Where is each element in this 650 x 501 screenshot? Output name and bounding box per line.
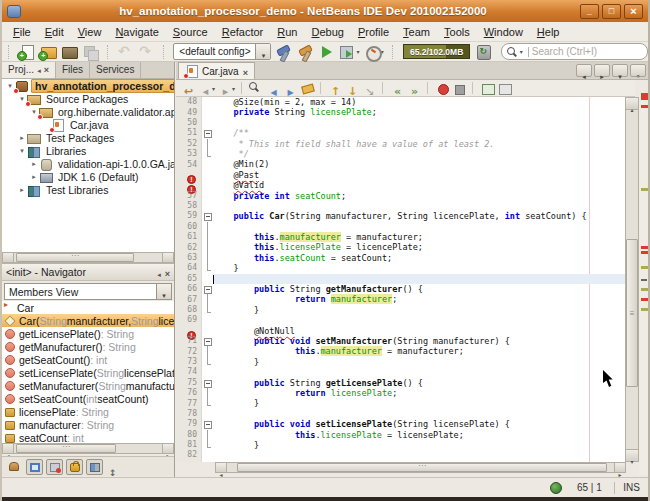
scroll-track[interactable] [14, 253, 162, 262]
filter-sort-button[interactable] [106, 459, 123, 475]
navigator-item-getseatcount[interactable]: getSeatCount() : int [2, 353, 174, 366]
config-select[interactable]: <default config> [173, 43, 271, 60]
scroll-left-icon[interactable] [3, 444, 14, 453]
filter-order-button[interactable] [86, 459, 103, 475]
scroll-thumb[interactable] [626, 239, 638, 387]
stripe-mark[interactable] [641, 251, 650, 254]
code-line-78[interactable]: 78 [176, 409, 625, 419]
menu-file[interactable]: File [6, 22, 38, 42]
code-line-56[interactable]: @Valid [176, 180, 625, 190]
code-line-55[interactable]: @Past [176, 170, 625, 180]
code-fold-icon[interactable] [202, 336, 213, 346]
record-macro-icon[interactable] [434, 81, 451, 96]
open-project-icon[interactable] [58, 43, 79, 61]
shift-line-right-icon[interactable] [406, 81, 423, 96]
code-line-70[interactable]: @NotNull [176, 326, 625, 336]
tab-right-button[interactable] [594, 64, 610, 77]
expand-arrow-icon[interactable]: ▸ [29, 173, 39, 181]
last-edit-icon[interactable] [180, 81, 197, 96]
garbage-collect-icon[interactable] [473, 43, 494, 61]
code-line-58[interactable]: 58 [176, 201, 625, 211]
memory-indicator[interactable]: 65.2/102.0MB [403, 44, 471, 59]
tree-item-validation-api-1-0-0-ga-jar[interactable]: ▸validation-api-1.0.0.GA.jar [2, 157, 174, 170]
code-fold-icon[interactable] [202, 128, 213, 138]
chevron-down-icon[interactable] [156, 284, 171, 299]
code-fold-icon[interactable] [202, 419, 213, 429]
navigator-item-car[interactable]: Car(String manufacturer, String licenceP… [2, 314, 174, 327]
close-tab-icon[interactable] [44, 62, 49, 78]
tab-left-button[interactable] [576, 64, 592, 77]
expand-arrow-icon[interactable]: ▸ [29, 160, 39, 168]
minimize-button[interactable] [580, 4, 599, 19]
filter-nonpublic-button[interactable] [66, 459, 83, 475]
code-line-57[interactable]: 57 private int seatCount; [176, 191, 625, 201]
title-bar[interactable]: hv_annotation_processor_demo - NetBeans … [2, 0, 648, 22]
menu-tools[interactable]: Tools [437, 22, 477, 42]
forward-icon[interactable] [217, 81, 234, 96]
scroll-left-icon[interactable] [216, 463, 227, 472]
code-line-68[interactable]: 68 } [176, 305, 625, 315]
tree-item-jdk-1-6-default[interactable]: ▸JDK 1.6 (Default) [2, 170, 174, 183]
stop-macro-icon[interactable] [451, 81, 468, 96]
tree-item-car-java[interactable]: Car.java [2, 118, 174, 131]
navigator-item-car[interactable]: Car [2, 301, 174, 314]
stripe-mark[interactable] [641, 93, 648, 100]
menu-help[interactable]: Help [530, 22, 567, 42]
navigator-item-setmanufacturer[interactable]: setManufacturer(String manufacturer) [2, 379, 174, 392]
navigator-item-seatcount[interactable]: seatCount : int [2, 431, 174, 443]
save-all-icon[interactable] [80, 43, 101, 61]
code-line-82[interactable]: 82 [176, 450, 625, 460]
undo-icon[interactable] [115, 43, 136, 61]
stripe-mark[interactable] [641, 298, 650, 301]
navigator-item-setlicenseplate[interactable]: setLicensePlate(String licensePlate) [2, 366, 174, 379]
code-line-63[interactable]: 63 this.seatCount = seatCount; [176, 253, 625, 263]
new-project-icon[interactable] [37, 43, 58, 61]
close-panel-icon[interactable] [165, 263, 170, 281]
comment-icon[interactable] [479, 81, 496, 96]
navigator-item-licenseplate[interactable]: licensePlate : String [2, 405, 174, 418]
tree-item-source-packages[interactable]: ▾Source Packages [2, 92, 174, 105]
scroll-thumb[interactable] [16, 444, 116, 453]
tab-car-java[interactable]: Car.java [178, 62, 255, 79]
menu-run[interactable]: Run [270, 22, 304, 42]
code-line-50[interactable]: 50 [176, 118, 625, 128]
menu-refactor[interactable]: Refactor [215, 22, 271, 42]
menu-debug[interactable]: Debug [304, 22, 350, 42]
navigator-item-getlicenseplate[interactable]: getLicensePlate() : String [2, 327, 174, 340]
code-line-72[interactable]: 72 this.manufacturer = manufacturer; [176, 346, 625, 356]
prev-occurrence-icon[interactable] [265, 81, 282, 96]
navigator-item-setseatcount[interactable]: setSeatCount(int seatCount) [2, 392, 174, 405]
prev-usage-icon[interactable] [327, 81, 344, 96]
code-line-73[interactable]: 73 } [176, 357, 625, 367]
minimize-panel-icon[interactable] [37, 62, 41, 79]
navigator-item-getmanufacturer[interactable]: getManufacturer() : String [2, 340, 174, 353]
menu-source[interactable]: Source [166, 22, 215, 42]
minimize-panel-icon[interactable] [157, 263, 161, 281]
code-line-52[interactable]: 52 * This int field shall have a value o… [176, 139, 625, 149]
search-input[interactable]: ▾Search (Ctrl+I) [501, 43, 648, 60]
tab-proj[interactable]: Proj... [2, 62, 56, 78]
build-icon[interactable] [273, 43, 294, 61]
scroll-down-icon[interactable] [626, 449, 638, 461]
editor-hscrollbar[interactable] [215, 462, 626, 473]
menu-profile[interactable]: Profile [351, 22, 396, 42]
tab-maxi-button[interactable] [630, 64, 646, 77]
tree-item-hv-annotation-processor-demo[interactable]: ▾hv_annotation_processor_demo [2, 79, 174, 92]
uncomment-icon[interactable] [496, 81, 513, 96]
tab-services[interactable]: Services [90, 62, 141, 78]
navigator-hscrollbar[interactable] [2, 443, 174, 454]
close-tab-icon[interactable] [243, 62, 248, 80]
highlight-search-icon[interactable] [299, 81, 316, 96]
menu-window[interactable]: Window [477, 22, 530, 42]
code-line-64[interactable]: 64 } [176, 263, 625, 273]
clean-build-icon[interactable] [295, 43, 316, 61]
code-fold-icon[interactable] [202, 211, 213, 221]
clear-usages-icon[interactable] [361, 81, 378, 96]
profile-icon[interactable] [362, 43, 383, 61]
stripe-mark[interactable] [641, 308, 650, 311]
redo-icon[interactable] [136, 43, 157, 61]
tree-item-test-packages[interactable]: ▸Test Packages [2, 131, 174, 144]
projects-tree[interactable]: ▾hv_annotation_processor_demo▾Source Pac… [2, 79, 174, 252]
code-line-49[interactable]: 49 private String licensePlate; [176, 107, 625, 117]
code-line-61[interactable]: 61 this.manufacturer = manufacturer; [176, 232, 625, 242]
